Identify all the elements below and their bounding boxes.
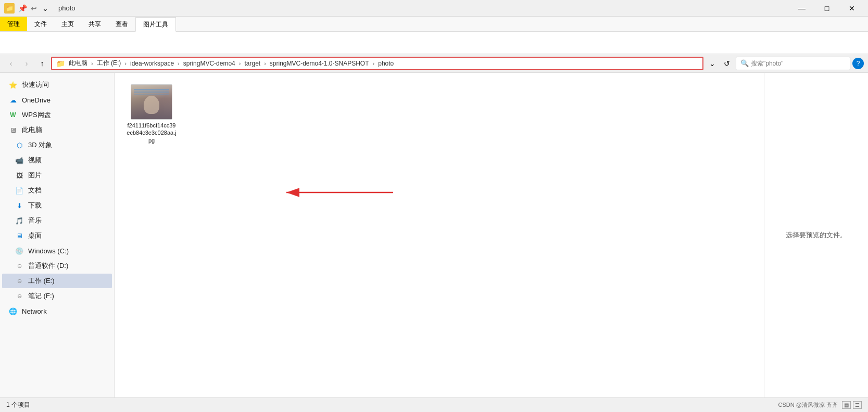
- view-list-icon[interactable]: ☰: [853, 401, 862, 409]
- file-grid: f24111f6bcf14cc39ecb84c3e3c028aa.jpg: [123, 81, 756, 147]
- sidebar-item-this-pc[interactable]: 🖥 此电脑: [2, 123, 112, 137]
- tab-pictools[interactable]: 图片工具: [135, 17, 176, 32]
- watermark-text: CSDN @清风微凉 齐齐: [778, 401, 838, 409]
- file-item[interactable]: f24111f6bcf14cc39ecb84c3e3c028aa.jpg: [123, 81, 180, 147]
- window-title: photo: [58, 4, 76, 12]
- sidebar-item-network[interactable]: 🌐 Network: [2, 304, 112, 318]
- qat-down-button[interactable]: ⌄: [41, 4, 50, 13]
- main-layout: ⭐ 快速访问 ☁ OneDrive W WPS网盘 🖥 此电脑 ⬡ 3D 对象 …: [0, 73, 868, 397]
- breadcrumb-project[interactable]: springMVC-demo4: [182, 59, 237, 68]
- search-input[interactable]: [751, 60, 846, 67]
- quick-access-toolbar: 📌 ↩ ⌄: [18, 4, 50, 13]
- address-actions: ⌄ ↺: [706, 57, 734, 70]
- refresh-button[interactable]: ↺: [720, 57, 734, 70]
- view-icons: ▦ ☰: [842, 401, 862, 409]
- drive-c-icon: 💿: [15, 246, 24, 255]
- search-box[interactable]: 🔍: [736, 57, 850, 70]
- qat-undo-button[interactable]: ↩: [29, 4, 39, 13]
- breadcrumb-photo[interactable]: photo: [376, 59, 395, 68]
- pc-icon: 🖥: [8, 125, 18, 135]
- breadcrumb-this-pc[interactable]: 此电脑: [67, 58, 89, 68]
- app-icon: 📁: [4, 3, 15, 14]
- onedrive-icon: ☁: [8, 95, 18, 105]
- video-icon: 📹: [15, 156, 24, 165]
- address-bar: ‹ › ↑ 📁 此电脑 › 工作 (E:) › idea-workspace ›…: [0, 54, 868, 73]
- ribbon-content: [0, 31, 868, 54]
- tab-manage[interactable]: 管理: [0, 17, 27, 31]
- sidebar: ⭐ 快速访问 ☁ OneDrive W WPS网盘 🖥 此电脑 ⬡ 3D 对象 …: [0, 73, 115, 397]
- drive-f-icon: ⊖: [15, 291, 24, 301]
- help-button[interactable]: ?: [852, 58, 864, 69]
- network-icon: 🌐: [8, 306, 18, 316]
- minimize-button[interactable]: —: [790, 0, 814, 17]
- window-controls: — □ ✕: [790, 0, 864, 17]
- dropdown-button[interactable]: ⌄: [706, 57, 719, 70]
- sidebar-item-music[interactable]: 🎵 音乐: [2, 213, 112, 228]
- 3d-icon: ⬡: [15, 140, 24, 150]
- ribbon: 管理 文件 主页 共享 查看 图片工具: [0, 17, 868, 54]
- back-button[interactable]: ‹: [4, 57, 18, 70]
- sidebar-item-downloads[interactable]: ⬇ 下载: [2, 198, 112, 213]
- status-bar: 1 个项目 CSDN @清风微凉 齐齐 ▦ ☰: [0, 397, 868, 412]
- up-button[interactable]: ↑: [35, 57, 49, 70]
- desktop-icon: 🖥: [15, 231, 24, 240]
- sidebar-item-desktop[interactable]: 🖥 桌面: [2, 228, 112, 243]
- close-button[interactable]: ✕: [840, 0, 864, 17]
- sidebar-item-win-c[interactable]: 💿 Windows (C:): [2, 243, 112, 258]
- file-thumbnail: [131, 84, 172, 120]
- title-bar-left: 📁 📌 ↩ ⌄ photo: [4, 3, 76, 14]
- view-large-icon[interactable]: ▦: [842, 401, 851, 409]
- sidebar-item-notes-f[interactable]: ⊖ 笔记 (F:): [2, 289, 112, 303]
- ribbon-tabs: 管理 文件 主页 共享 查看 图片工具: [0, 17, 868, 31]
- sidebar-item-quick-access[interactable]: ⭐ 快速访问: [2, 78, 112, 92]
- sidebar-item-pictures[interactable]: 🖼 图片: [2, 168, 112, 183]
- tab-file[interactable]: 文件: [27, 17, 54, 31]
- maximize-button[interactable]: □: [815, 0, 839, 17]
- sidebar-item-documents[interactable]: 📄 文档: [2, 183, 112, 198]
- address-breadcrumb[interactable]: 📁 此电脑 › 工作 (E:) › idea-workspace › sprin…: [51, 57, 703, 70]
- breadcrumb-folder-icon: 📁: [56, 59, 65, 68]
- breadcrumb-target[interactable]: target: [243, 59, 262, 68]
- status-right: CSDN @清风微凉 齐齐 ▦ ☰: [778, 401, 862, 409]
- doc-icon: 📄: [15, 186, 24, 195]
- star-icon: ⭐: [8, 80, 18, 89]
- content-area: f24111f6bcf14cc39ecb84c3e3c028aa.jpg: [115, 73, 764, 397]
- breadcrumb-drive[interactable]: 工作 (E:): [95, 58, 123, 68]
- title-bar: 📁 📌 ↩ ⌄ photo — □ ✕: [0, 0, 868, 17]
- sidebar-item-videos[interactable]: 📹 视频: [2, 153, 112, 168]
- breadcrumb-workspace[interactable]: idea-workspace: [129, 59, 175, 68]
- sidebar-item-3d-objects[interactable]: ⬡ 3D 对象: [2, 138, 112, 152]
- music-icon: 🎵: [15, 216, 24, 225]
- sidebar-item-soft-d[interactable]: ⊖ 普通软件 (D:): [2, 259, 112, 273]
- download-icon: ⬇: [15, 201, 24, 210]
- search-icon: 🔍: [740, 59, 749, 67]
- tab-home[interactable]: 主页: [54, 17, 81, 31]
- forward-button[interactable]: ›: [20, 57, 33, 70]
- preview-pane: 选择要预览的文件。: [764, 73, 868, 397]
- wps-icon: W: [8, 110, 18, 120]
- tab-share[interactable]: 共享: [81, 17, 108, 31]
- status-item-count: 1 个项目: [6, 401, 30, 409]
- file-thumb-inner: [131, 85, 172, 119]
- file-name: f24111f6bcf14cc39ecb84c3e3c028aa.jpg: [126, 122, 177, 144]
- preview-empty-text: 选择要预览的文件。: [786, 230, 847, 240]
- sidebar-item-wps[interactable]: W WPS网盘: [2, 108, 112, 122]
- sidebar-item-work-e[interactable]: ⊖ 工作 (E:): [2, 274, 112, 288]
- drive-d-icon: ⊖: [15, 261, 24, 271]
- picture-icon: 🖼: [15, 171, 24, 180]
- sidebar-item-onedrive[interactable]: ☁ OneDrive: [2, 93, 112, 107]
- breadcrumb-snapshot[interactable]: springMVC-demo4-1.0-SNAPSHOT: [268, 59, 371, 68]
- annotation-arrow: [281, 182, 396, 203]
- qat-pin-button[interactable]: 📌: [18, 4, 27, 13]
- tab-view[interactable]: 查看: [108, 17, 135, 31]
- drive-e-icon: ⊖: [15, 276, 24, 286]
